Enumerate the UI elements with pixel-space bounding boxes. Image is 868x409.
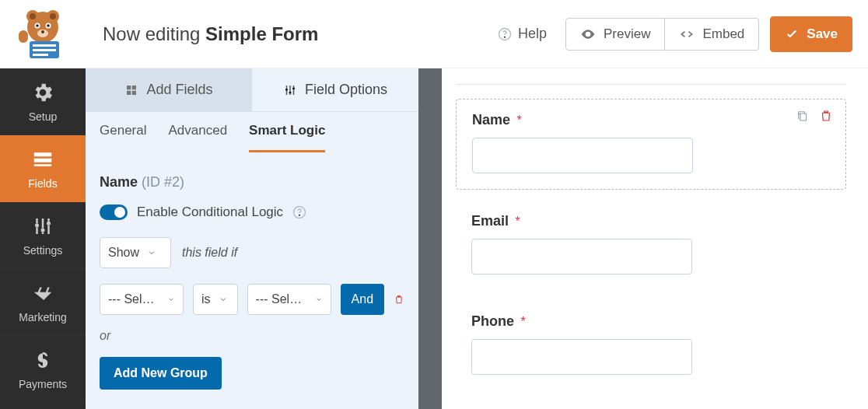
help-link[interactable]: Help xyxy=(498,26,547,42)
sliders-icon xyxy=(31,215,54,238)
grid-icon xyxy=(124,83,138,97)
svg-rect-17 xyxy=(33,44,56,47)
trash-icon[interactable] xyxy=(394,292,404,306)
sidebar-item-label: Settings xyxy=(23,244,63,257)
chevron-down-icon xyxy=(147,248,156,257)
builder-sidebar: Setup Fields Settings Marketing Payments xyxy=(0,68,86,409)
svg-rect-20 xyxy=(19,30,28,43)
svg-point-9 xyxy=(50,13,56,19)
action-row: Show this field if xyxy=(100,237,404,268)
select-value: Show xyxy=(108,246,139,260)
tab-add-fields[interactable]: Add Fields xyxy=(86,68,252,112)
name-input[interactable] xyxy=(472,138,693,173)
header-actions: Help Preview Embed Save xyxy=(498,16,852,52)
chevron-down-icon xyxy=(167,295,175,304)
field-id: (ID #2) xyxy=(142,174,184,190)
eye-icon xyxy=(580,26,596,42)
panel-tabs: Add Fields Field Options xyxy=(86,68,418,112)
enable-cl-toggle[interactable] xyxy=(100,204,128,220)
sidebar-item-settings[interactable]: Settings xyxy=(0,202,86,269)
enable-cl-label: Enable Conditional Logic xyxy=(137,204,283,220)
save-label: Save xyxy=(807,26,838,42)
required-indicator: * xyxy=(516,114,521,127)
dollar-icon xyxy=(31,348,54,372)
field-actions xyxy=(796,109,833,123)
sidebar-item-payments[interactable]: Payments xyxy=(0,336,86,403)
tab-label: Add Fields xyxy=(146,82,212,98)
add-group-button[interactable]: Add New Group xyxy=(100,357,222,390)
sidebar-item-label: Marketing xyxy=(19,311,66,323)
embed-label: Embed xyxy=(702,26,744,42)
form-preview: Name * Email * Phone * xyxy=(442,68,868,409)
sidebar-item-fields[interactable]: Fields xyxy=(0,135,86,202)
select-value: is xyxy=(201,292,211,306)
field-options-panel: Add Fields Field Options General Advance… xyxy=(86,68,442,409)
field-label: Phone xyxy=(471,313,514,329)
rule-field-select[interactable]: --- Select Field --- xyxy=(100,284,184,315)
subtab-smart-logic[interactable]: Smart Logic xyxy=(249,123,325,152)
subtab-general[interactable]: General xyxy=(100,123,146,152)
sidebar-item-label: Fields xyxy=(28,177,57,190)
add-and-button[interactable]: And xyxy=(341,284,384,315)
builder-header: Now editing Simple Form Help Preview Emb… xyxy=(0,0,868,68)
required-indicator: * xyxy=(520,315,525,328)
svg-rect-18 xyxy=(33,49,56,51)
preview-field-name[interactable]: Name * xyxy=(456,99,846,190)
editing-prefix: Now editing xyxy=(103,23,205,44)
duplicate-icon[interactable] xyxy=(796,109,810,123)
svg-point-13 xyxy=(47,24,50,27)
gear-icon xyxy=(31,81,54,104)
rule-row: --- Select Field --- is --- Select Choic… xyxy=(100,284,404,315)
sidebar-item-setup[interactable]: Setup xyxy=(0,68,86,135)
chevron-down-icon xyxy=(219,295,228,304)
phone-input[interactable] xyxy=(471,339,692,375)
sliders-icon xyxy=(283,83,297,97)
code-icon xyxy=(679,26,695,42)
svg-point-12 xyxy=(36,24,39,27)
tab-label: Field Options xyxy=(305,82,387,98)
chevron-down-icon xyxy=(315,295,323,304)
field-subtabs: General Advanced Smart Logic xyxy=(86,112,418,152)
field-name: Name xyxy=(100,174,138,190)
tab-field-options[interactable]: Field Options xyxy=(252,68,418,112)
panel-body: Name (ID #2) Enable Conditional Logic Sh… xyxy=(86,152,418,409)
sidebar-item-marketing[interactable]: Marketing xyxy=(0,269,86,336)
field-name-heading: Name (ID #2) xyxy=(100,174,404,191)
logo xyxy=(0,0,86,68)
or-label: or xyxy=(100,329,404,343)
preview-field-email[interactable]: Email * xyxy=(456,201,846,290)
bullhorn-icon xyxy=(31,281,54,305)
page-title: Now editing Simple Form xyxy=(86,23,498,45)
builder-main: Setup Fields Settings Marketing Payments… xyxy=(0,68,868,409)
trash-icon[interactable] xyxy=(819,109,833,123)
email-input[interactable] xyxy=(471,239,692,274)
rule-operator-select[interactable]: is xyxy=(193,284,238,315)
svg-point-15 xyxy=(41,30,44,33)
help-label: Help xyxy=(518,26,547,42)
preview-field-phone[interactable]: Phone * xyxy=(456,301,846,390)
check-icon xyxy=(785,27,799,41)
sidebar-item-label: Setup xyxy=(29,110,58,123)
action-hint: this field if xyxy=(182,246,237,260)
preview-button[interactable]: Preview xyxy=(565,18,665,51)
form-name[interactable]: Simple Form xyxy=(205,23,318,44)
preview-embed-group: Preview Embed xyxy=(565,18,759,51)
required-indicator: * xyxy=(515,215,520,228)
form-icon xyxy=(31,148,54,171)
save-button[interactable]: Save xyxy=(770,16,852,52)
enable-cl-row: Enable Conditional Logic xyxy=(100,204,404,220)
preview-label: Preview xyxy=(604,26,650,42)
help-icon xyxy=(498,27,512,41)
rule-value-select[interactable]: --- Select Choice --- xyxy=(247,284,331,315)
help-icon[interactable] xyxy=(292,205,306,219)
field-label: Name xyxy=(472,112,510,128)
svg-rect-19 xyxy=(33,54,48,56)
select-value: --- Select Field --- xyxy=(108,292,159,306)
divider xyxy=(456,84,846,85)
svg-point-8 xyxy=(30,13,36,19)
subtab-advanced[interactable]: Advanced xyxy=(168,123,227,152)
embed-button[interactable]: Embed xyxy=(665,18,759,51)
action-select[interactable]: Show xyxy=(100,237,171,268)
select-value: --- Select Choice --- xyxy=(256,292,307,306)
sidebar-item-label: Payments xyxy=(19,378,67,390)
